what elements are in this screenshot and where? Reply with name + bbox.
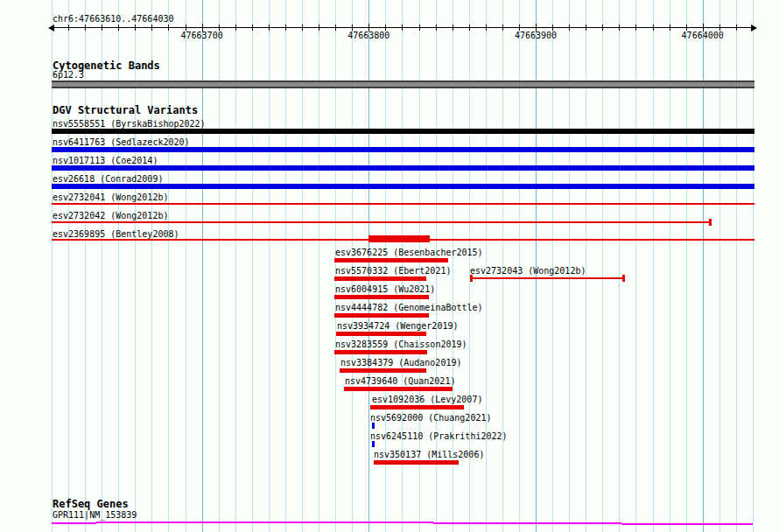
gene-line[interactable] — [621, 523, 753, 525]
genome-browser-view: chr6:47663610..47664030 4766370047663800… — [0, 0, 779, 532]
gene-label[interactable]: GPR111|NM_153839 — [53, 510, 137, 520]
gene-line[interactable] — [52, 522, 96, 524]
refseq-genes-track: RefSeq Genes GPR111|NM_153839 — [0, 0, 779, 532]
refseq-title: RefSeq Genes — [53, 499, 129, 509]
gene-line[interactable] — [96, 522, 433, 523]
gene-line[interactable] — [433, 522, 621, 524]
